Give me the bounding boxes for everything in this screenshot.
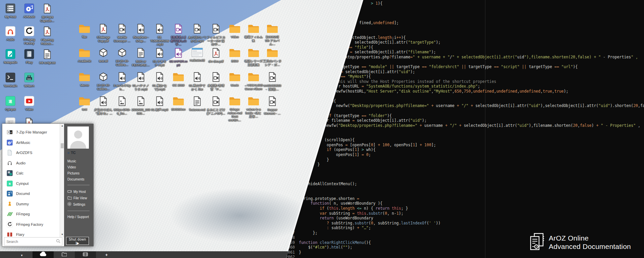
desktop-file[interactable]: 01.ヤキモチ.mp3 (150, 48, 169, 67)
menu-item-7-zip-file-manager[interactable]: 7z7-Zip File Manager (2, 127, 60, 137)
desktop-file[interactable]: Supper Moment - … (263, 96, 282, 115)
menu-item-ffmpeg[interactable]: FFmpeg (2, 209, 60, 219)
desktop-app-filterreg-robust-[interactable]: FilterReg Robust… (38, 26, 57, 45)
desktop-file[interactable]: Memo (75, 72, 94, 87)
desktop-file[interactable]: BGM (225, 48, 244, 63)
user-link-video[interactable]: Video (67, 165, 76, 169)
desktop-file[interactable]: 【190820】5th アルバム… (263, 23, 282, 46)
desktop-app-cyinput[interactable]: 速Cyinput (1, 96, 20, 111)
menu-scrollbar[interactable]: ▲ ▼ (60, 124, 64, 237)
menu-item-calc[interactable]: Calc (2, 168, 60, 178)
desktop-file[interactable]: Gringo: Ashes And Dust one'BA… (225, 96, 244, 122)
user-link-pictures[interactable]: Pictures (67, 171, 79, 175)
desktop-file[interactable]: フォルビスカーターMV 提出中… (207, 23, 225, 46)
desktop-file[interactable]: 01.奏(かなで).mp3 (150, 72, 169, 91)
desktop-file[interactable]: 未視聴×管理官「P… (207, 72, 225, 91)
desktop-file[interactable]: 2532683_103093… (131, 96, 150, 115)
desktop-file[interactable]: 10-20-40-Calibra… (113, 48, 131, 66)
desktop-file[interactable]: EKOSCon (169, 96, 188, 111)
desktop-file[interactable]: 夕立のりぼん『護され』… (94, 96, 113, 115)
desktop-file[interactable]: 秘蔵フィルム集 (244, 23, 263, 42)
menu-item-arozdfs[interactable]: ArOZDFS (2, 148, 60, 158)
desktop-icon-label: 物語シリーズ主題歌集 (244, 59, 263, 66)
desktop-file[interactable]: あの頃のいつかは.mp4 (188, 23, 207, 43)
desktop-file[interactable]: Marble Conveyer … (113, 23, 131, 43)
desktop-file-glyph (229, 53, 241, 59)
desktop-file[interactable]: voices in a bottle ~渚と足音… (244, 96, 263, 118)
desktop-file[interactable]: sm32493633 -【新曲… (263, 72, 282, 91)
taskbar-tab-plus[interactable]: + (96, 251, 117, 258)
desktop-file[interactable]: 三月のパンタシア・ガ… (263, 48, 282, 66)
desktop-file[interactable]: BUG or FEATURE:… (131, 48, 150, 67)
search-icon[interactable] (56, 239, 60, 245)
desktop-file[interactable]: きみにとどけ(アニメOP)… (207, 96, 225, 115)
desktop-file[interactable]: Academic (75, 48, 94, 63)
desktop-app-my-host[interactable]: My Host (1, 3, 20, 19)
desktop-app-video[interactable]: Video (20, 96, 39, 111)
desktop-file[interactable]: Music (225, 72, 244, 87)
taskbar-tab-film[interactable] (75, 251, 96, 258)
menu-item-documd[interactable]: Documd (2, 189, 60, 199)
desktop-file[interactable]: 3 am lo-fi hip h… (113, 72, 131, 91)
desktop-app-writera[interactable]: WriterA (20, 72, 39, 88)
user-link-music[interactable]: Music (67, 159, 76, 163)
search-input[interactable] (4, 240, 56, 244)
menu-item-dummy[interactable]: Dummy (2, 199, 60, 209)
desktop-file[interactable]: Video (225, 23, 244, 39)
desktop-file[interactable]: →VOCALOID Cover Album (244, 72, 263, 91)
desktop-file-glyph (78, 101, 91, 107)
user-tool-settings[interactable]: Settings (67, 202, 85, 207)
menu-item-ffmpeg-factory[interactable]: FFmpeg Factory (2, 219, 60, 229)
desktop-file-glyph (248, 53, 260, 59)
desktop-file[interactable]: 01.夜の中でかく.flac (188, 72, 207, 91)
taskbar-tab-folder[interactable] (54, 251, 75, 258)
desktop-file[interactable]: Biosphere - Snap… (131, 23, 150, 43)
desktop-file[interactable]: test.stl (94, 48, 113, 63)
desktop-file[interactable]: 800px-DRS-6_fxs… (113, 96, 131, 115)
desktop-file[interactable]: HelloWorld (188, 48, 207, 62)
taskbar-tab-chevron-down[interactable]: ▼ (17, 251, 26, 258)
scrollbar-thumb[interactable] (61, 143, 64, 148)
menu-item-cyinput[interactable]: 速Cyinput (2, 178, 60, 189)
help-support-link[interactable]: Help / Support (67, 215, 89, 219)
desktop-file[interactable]: 01.歌声.mp3 (150, 96, 169, 112)
desktop-file[interactable]: drv dxo.pdf (207, 48, 225, 63)
desktop-file-glyph (248, 77, 260, 83)
desktop-file[interactable]: 01.ハテクノラタ.mp3 (131, 72, 150, 91)
desktop-app-audio[interactable]: Audio (1, 26, 20, 42)
desktop-icon-label: test.stl (94, 59, 113, 63)
desktop-file-glyph (99, 29, 108, 35)
avatar[interactable] (67, 126, 89, 149)
desktop-app-ffmpeg-factory[interactable]: FFmpeg Factory (20, 26, 39, 45)
user-tool-file-view[interactable]: File View (67, 196, 87, 200)
desktop-app-init-script-txt-glyph (43, 55, 52, 60)
menu-item-airmusic[interactable]: AirMusic (2, 138, 60, 148)
desktop-app-init-script-txt[interactable]: init script.txt (38, 49, 57, 65)
desktop-icon-label: NotepadA (1, 61, 20, 64)
desktop-file[interactable]: features.md (188, 96, 207, 112)
desktop-file[interactable]: 【致香港人】相守/僕らの手… (169, 23, 188, 46)
taskbar-tab-cloud-active[interactable] (33, 251, 54, 258)
desktop-app-flary[interactable]: Flary (20, 49, 39, 64)
desktop-file[interactable]: CC 2019 (169, 72, 188, 87)
desktop-icon-label: 夕立のりぼん『護され』… (94, 108, 113, 115)
shutdown-button[interactable]: Shut down |▶ (66, 237, 89, 245)
desktop-file[interactable]: 物語シリーズ主題歌集 (244, 48, 263, 66)
desktop-file[interactable]: 03. TOMORROW.mp3 (150, 23, 169, 46)
user-link-documents[interactable]: Documents (67, 177, 85, 181)
desktop-file[interactable]: flac (75, 23, 94, 39)
desktop-file[interactable]: 10-20-40-Calibra… (94, 72, 113, 91)
desktop-file[interactable]: 03.VAPOR.mp3 (169, 48, 188, 67)
desktop-app-3d-point-capsule-[interactable]: 3D Point Capsule… (38, 3, 57, 22)
desktop-app-airmusic[interactable]: AirMusic (20, 3, 39, 19)
menu-item-flary[interactable]: Flary (2, 229, 60, 237)
desktop-file-glyph (155, 102, 164, 107)
desktop-icon-label: 3D Point Capsule… (38, 15, 57, 22)
desktop-file[interactable]: Chalenge Cup.pdf (94, 23, 113, 43)
user-tool-my-host[interactable]: My Host (67, 190, 86, 194)
desktop-file[interactable]: test (75, 96, 94, 111)
desktop-app-terminala[interactable]: TerminalA (1, 72, 20, 88)
desktop-app-notepada[interactable]: NotepadA (1, 49, 20, 64)
menu-item-audio[interactable]: Audio (2, 158, 60, 168)
desktop-icon-label: TerminalA (1, 84, 20, 88)
